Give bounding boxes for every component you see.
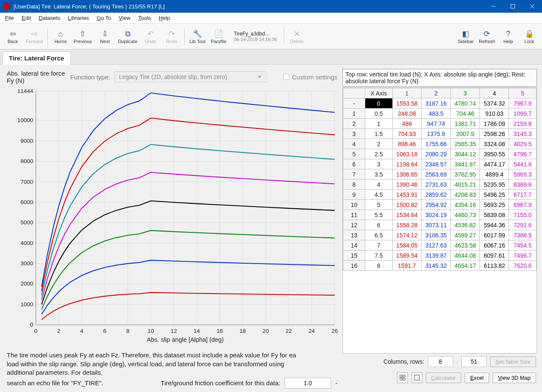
table-cell[interactable]: 1584.05 [392,240,422,250]
table-cell[interactable]: 4208.83 [451,190,480,200]
table-cell[interactable]: 3 [365,159,393,169]
row-header[interactable]: 14 [343,240,365,250]
table-cell[interactable]: 4899.4 [480,169,509,180]
table-cell[interactable]: 2348.57 [422,159,451,169]
table-cell[interactable]: 947.74 [422,119,451,129]
table-cell[interactable]: 1063.18 [392,149,422,159]
table-cell[interactable]: 3044.12 [451,149,480,159]
tab-lateral-force[interactable]: Tire: Lateral Force [3,52,71,65]
table-cell[interactable]: 7155.0 [509,210,537,220]
rows-input[interactable] [461,356,487,367]
libtool-button[interactable]: 🔧Lib Tool [187,25,208,47]
table-cell[interactable]: 7.5 [365,250,393,261]
forward-button[interactable]: ⇨Forward [24,25,45,47]
table-cell[interactable]: 7520.6 [509,261,537,271]
table-cell[interactable]: 1.5 [365,129,393,139]
lock-button[interactable]: 🔒Lock [519,25,539,47]
table-cell[interactable]: 1755.66 [422,139,451,149]
row-header[interactable]: 12 [343,220,365,230]
data-table-scroll[interactable]: X Axis12345-01593.583187.164780.745374.3… [342,87,537,354]
close-button[interactable] [523,0,542,13]
calculator-button[interactable]: Calculator [426,373,462,383]
table-cell[interactable]: 1558.28 [392,220,422,230]
table-cell[interactable]: 2563.69 [422,169,451,180]
menu-edit[interactable]: Edit [18,14,34,22]
table-cell[interactable]: 4029.5 [509,139,537,149]
col-header[interactable] [343,88,365,98]
columns-input[interactable] [428,356,453,367]
table-cell[interactable]: 5441.8 [509,159,537,169]
table-cell[interactable]: 910.03 [480,109,509,119]
table-cell[interactable]: 2859.62 [422,190,451,200]
row-header[interactable]: 11 [343,210,365,220]
table-cell[interactable]: 3.5 [365,169,393,180]
menu-datasets[interactable]: Datasets [35,14,63,22]
table-cell[interactable]: 7291.6 [509,220,537,230]
row-header[interactable]: 4 [343,139,365,149]
table-cell[interactable]: 4460.73 [451,210,480,220]
table-cell[interactable]: 7388.5 [509,230,537,240]
row-header[interactable]: 6 [343,159,365,169]
table-cell[interactable]: 7454.5 [509,240,537,250]
menu-tools[interactable]: Tools [135,14,154,22]
table-cell[interactable]: 0 [365,98,393,109]
table-cell[interactable]: 1593.58 [392,98,422,109]
undo-button[interactable]: ↶Undo [140,25,161,47]
table-cell[interactable]: 4.5 [365,190,393,200]
home-button[interactable]: ⌂Home [50,25,71,47]
table-cell[interactable]: 2.5 [365,149,393,159]
data-table[interactable]: X Axis12345-01593.583187.164780.745374.3… [343,88,537,271]
table-cell[interactable]: 5 [365,200,393,210]
table-cell[interactable]: 486 [392,119,422,129]
table-cell[interactable]: 2598.26 [480,129,509,139]
table-cell[interactable]: 3324.08 [480,139,509,149]
table-cell[interactable]: 4589.27 [451,230,480,240]
table-cell[interactable]: 2954.92 [422,200,451,210]
menu-go-to[interactable]: Go To [93,14,115,22]
table-cell[interactable]: 3187.16 [422,98,451,109]
table-cell[interactable]: 4796.7 [509,149,537,159]
table-cell[interactable]: 5969.3 [509,169,537,180]
col-header[interactable]: 4 [480,88,509,98]
table-cell[interactable]: 1534.64 [392,210,422,220]
row-header[interactable]: 1 [343,109,365,119]
set-table-size-button[interactable]: Set Table Size [490,357,536,367]
col-header[interactable]: 1 [392,88,422,98]
table-cell[interactable]: 1589.54 [392,250,422,261]
col-header[interactable]: X Axis [365,88,393,98]
next-button[interactable]: ⇩Next [95,25,115,47]
row-header[interactable]: 10 [343,200,365,210]
table-cell[interactable]: 4780.74 [451,98,480,109]
refresh-button[interactable]: ⟳Refresh [476,25,497,47]
table-cell[interactable]: 2731.63 [422,180,451,190]
table-cell[interactable]: 3145.3 [509,129,537,139]
table-cell[interactable]: 3145.32 [422,261,451,271]
friction-input[interactable] [285,378,331,389]
table-cell[interactable]: 4644.08 [451,250,480,261]
table-cell[interactable]: 3024.19 [422,210,451,220]
custom-settings-checkbox[interactable]: Custom settings [283,74,337,81]
row-header[interactable]: 3 [343,129,365,139]
table-cell[interactable]: 2007.9 [451,129,480,139]
single-view-button[interactable] [411,372,422,383]
delete-button[interactable]: ✕Delete [287,25,307,47]
row-header[interactable]: 2 [343,119,365,129]
row-header[interactable]: - [343,98,365,109]
table-cell[interactable]: 1591.7 [392,261,422,271]
table-cell[interactable]: 6113.82 [480,261,509,271]
menu-help[interactable]: Help [155,14,173,22]
table-cell[interactable]: 6967.9 [509,200,537,210]
col-header[interactable]: 3 [451,88,480,98]
menu-view[interactable]: View [115,14,134,22]
table-cell[interactable]: 1198.64 [392,159,422,169]
table-cell[interactable]: 4623.58 [451,240,480,250]
table-cell[interactable]: 898.46 [392,139,422,149]
table-cell[interactable]: 248.08 [392,109,422,119]
table-cell[interactable]: 6 [365,220,393,230]
table-cell[interactable]: 6017.99 [480,230,509,240]
row-header[interactable]: 16 [343,261,365,271]
table-cell[interactable]: 5.5 [365,210,393,220]
table-cell[interactable]: 5496.25 [480,190,509,200]
table-cell[interactable]: 2080.29 [422,149,451,159]
table-cell[interactable]: 7496.7 [509,250,537,261]
